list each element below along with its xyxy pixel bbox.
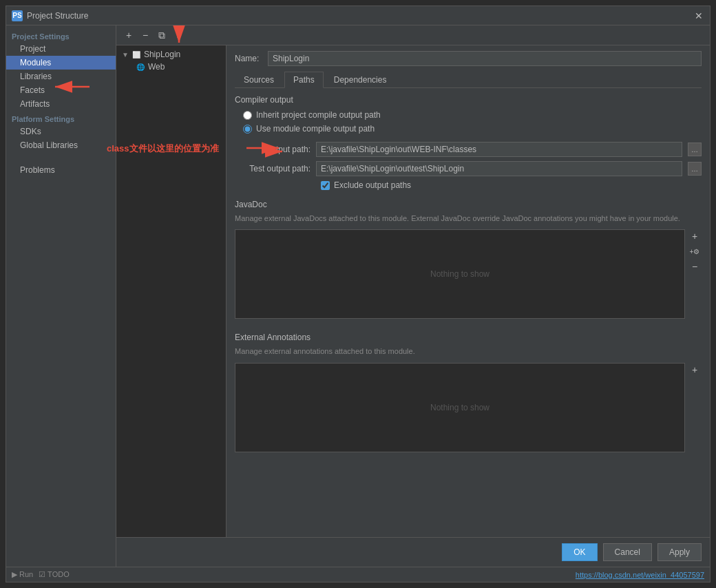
cancel-button[interactable]: Cancel bbox=[603, 543, 652, 561]
output-path-input[interactable] bbox=[316, 142, 682, 157]
output-path-row: Output path: … bbox=[235, 142, 702, 157]
radio-inherit-label: Inherit project compile output path bbox=[256, 110, 381, 120]
name-label: Name: bbox=[235, 54, 262, 63]
exclude-label: Exclude output paths bbox=[334, 180, 411, 190]
copy-module-button[interactable]: ⧉ bbox=[155, 28, 169, 42]
javadoc-list-container: Nothing to show + +⚙ − bbox=[235, 229, 702, 322]
detail-panel: Name: Sources Paths Dependencies bbox=[227, 45, 710, 537]
exclude-checkbox-row: Exclude output paths bbox=[321, 180, 702, 190]
ok-button[interactable]: OK bbox=[562, 543, 597, 561]
javadoc-placeholder: Nothing to show bbox=[430, 269, 489, 279]
run-status[interactable]: ▶ Run bbox=[12, 570, 33, 579]
todo-status[interactable]: ☑ TODO bbox=[39, 570, 69, 579]
sidebar-item-global-libraries[interactable]: Global Libraries bbox=[6, 138, 116, 152]
radio-inherit[interactable] bbox=[243, 111, 252, 120]
javadoc-remove-button[interactable]: − bbox=[688, 260, 702, 273]
status-bar: ▶ Run ☑ TODO https://blog.csdn.net/weixi… bbox=[6, 567, 710, 582]
title-bar-left: PS Project Structure bbox=[12, 10, 88, 21]
web-item-label: Web bbox=[148, 62, 165, 72]
output-path-browse-button[interactable]: … bbox=[688, 143, 702, 156]
test-output-path-label: Test output path: bbox=[235, 164, 310, 174]
sidebar-item-facets[interactable]: Facets bbox=[6, 83, 116, 97]
status-link[interactable]: https://blog.csdn.net/weixin_44057597 bbox=[576, 571, 704, 579]
external-annotations-list-container: Nothing to show + bbox=[235, 363, 702, 455]
javadoc-list: Nothing to show bbox=[235, 229, 685, 319]
radio-use-module[interactable] bbox=[243, 125, 252, 134]
title-bar: PS Project Structure ✕ bbox=[6, 6, 710, 25]
radio-inherit-row: Inherit project compile output path bbox=[243, 110, 702, 120]
module-tree: ▼ ⬜ ShipLogin 🌐 Web bbox=[116, 45, 227, 537]
apply-button[interactable]: Apply bbox=[657, 543, 702, 561]
module-name-input[interactable] bbox=[268, 51, 702, 66]
sidebar-item-artifacts[interactable]: Artifacts bbox=[6, 97, 116, 111]
javadoc-description: Manage external JavaDocs attached to thi… bbox=[235, 213, 702, 224]
external-annotations-side-buttons: + bbox=[688, 363, 702, 455]
exclude-checkbox[interactable] bbox=[321, 181, 330, 190]
sidebar-item-libraries[interactable]: Libraries bbox=[6, 70, 116, 83]
javadoc-side-buttons: + +⚙ − bbox=[688, 229, 702, 322]
platform-settings-label: Platform Settings bbox=[6, 111, 116, 125]
sidebar-item-sdks[interactable]: SDKs bbox=[6, 125, 116, 138]
javadoc-add-at-button[interactable]: +⚙ bbox=[688, 244, 702, 258]
external-annotations-section-label: External Annotations bbox=[235, 333, 702, 342]
add-module-button[interactable]: + bbox=[122, 28, 136, 42]
compiler-output-label: Compiler output bbox=[235, 95, 702, 105]
module-name-label: ShipLogin bbox=[144, 50, 180, 59]
test-output-path-row: Test output path: … bbox=[235, 161, 702, 176]
external-annotations-add-button[interactable]: + bbox=[688, 363, 702, 377]
web-icon: 🌐 bbox=[136, 62, 145, 72]
footer-buttons: OK Cancel Apply bbox=[116, 537, 710, 567]
project-settings-label: Project Settings bbox=[6, 28, 116, 42]
module-content: ▼ ⬜ ShipLogin 🌐 Web Name: bbox=[116, 45, 710, 537]
radio-use-module-row: Use module compile output path bbox=[243, 124, 702, 134]
sidebar-item-problems[interactable]: Problems bbox=[6, 163, 116, 177]
dialog-title: Project Structure bbox=[27, 11, 88, 21]
javadoc-add-button[interactable]: + bbox=[688, 229, 702, 243]
close-button[interactable]: ✕ bbox=[693, 10, 704, 21]
sidebar-item-modules[interactable]: Modules bbox=[6, 56, 116, 70]
tabs-bar: Sources Paths Dependencies bbox=[235, 72, 702, 88]
javadoc-section-label: JavaDoc bbox=[235, 200, 702, 209]
tab-sources[interactable]: Sources bbox=[235, 72, 283, 87]
status-bar-left: ▶ Run ☑ TODO bbox=[12, 570, 70, 579]
tab-dependencies[interactable]: Dependencies bbox=[325, 72, 396, 87]
remove-module-button[interactable]: − bbox=[138, 28, 152, 42]
output-path-label: Output path: bbox=[235, 145, 310, 154]
module-icon: ⬜ bbox=[131, 50, 141, 59]
name-row: Name: bbox=[235, 51, 702, 66]
tree-expand-icon: ▼ bbox=[122, 51, 129, 59]
module-toolbar: + − ⧉ ↓ bbox=[116, 25, 710, 45]
test-output-path-browse-button[interactable]: … bbox=[688, 162, 702, 176]
test-output-path-input[interactable] bbox=[316, 161, 682, 176]
external-annotations-description: Manage external annotations attached to … bbox=[235, 346, 702, 357]
main-panel: + − ⧉ ↓ ▼ ⬜ ShipLogin 🌐 Web bbox=[116, 25, 710, 567]
compiler-output-radios: Inherit project compile output path Use … bbox=[243, 110, 702, 134]
sidebar: Project Settings Project Modules Librari… bbox=[6, 25, 116, 567]
tree-item-shiplogin[interactable]: ▼ ⬜ ShipLogin bbox=[116, 48, 226, 61]
sidebar-item-project[interactable]: Project bbox=[6, 42, 116, 56]
radio-use-module-label: Use module compile output path bbox=[256, 124, 375, 134]
tree-item-web[interactable]: 🌐 Web bbox=[116, 61, 226, 73]
external-annotations-list: Nothing to show bbox=[235, 363, 685, 452]
tab-paths[interactable]: Paths bbox=[284, 72, 324, 88]
move-module-button[interactable]: ↓ bbox=[171, 28, 185, 42]
external-annotations-placeholder: Nothing to show bbox=[430, 403, 489, 412]
dialog-content: Project Settings Project Modules Librari… bbox=[6, 25, 710, 567]
project-structure-dialog: PS Project Structure ✕ Project Settings … bbox=[6, 6, 710, 582]
app-icon: PS bbox=[12, 10, 23, 21]
